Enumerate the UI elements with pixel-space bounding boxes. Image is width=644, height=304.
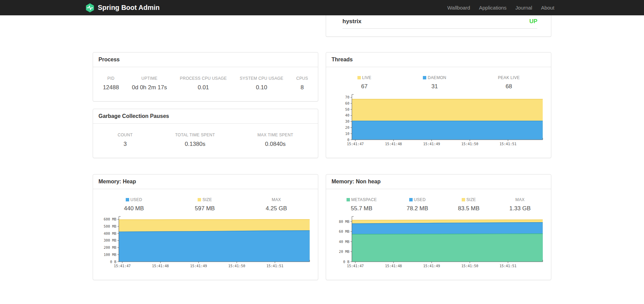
health-indicator-name: hystrix: [342, 18, 362, 25]
svg-text:15:41:47: 15:41:47: [347, 264, 364, 268]
svg-text:0: 0: [347, 138, 349, 142]
legend-item-size: SIZE 83.5 MB: [458, 197, 479, 212]
memory-heap-legend: USED 440 MB SIZE 597 MB MAX 4.25 GB: [98, 189, 312, 212]
stat-pid: PID 12488: [103, 76, 119, 91]
health-panel: hystrix UP: [326, 15, 551, 37]
svg-text:15:41:49: 15:41:49: [423, 142, 440, 146]
process-panel: Process PID 12488 UPTIME 0d 0h 2m 17s PR…: [93, 52, 318, 102]
threads-legend: LIVE 67 DAEMON 31 PEAK LIVE 68: [332, 67, 546, 90]
memory-heap-panel: Memory: Heap USED 440 MB SIZE 597 MB MAX…: [93, 174, 318, 280]
gc-panel-title: Garbage Collection Pauses: [93, 109, 318, 124]
status-badge: UP: [529, 18, 537, 25]
svg-text:200 MB: 200 MB: [104, 245, 116, 249]
legend-item-used: USED 440 MB: [124, 197, 144, 212]
svg-text:15:41:48: 15:41:48: [385, 264, 402, 268]
legend-item-live: LIVE 67: [357, 75, 371, 90]
svg-text:80 MB: 80 MB: [339, 219, 350, 224]
svg-text:40: 40: [345, 113, 349, 117]
nav-item-about[interactable]: About: [537, 5, 559, 11]
svg-text:70: 70: [345, 95, 349, 99]
svg-text:15:41:50: 15:41:50: [461, 264, 478, 268]
legend-swatch-icon: [357, 76, 361, 79]
legend-item-size: SIZE 597 MB: [195, 197, 215, 212]
svg-text:600 MB: 600 MB: [104, 217, 116, 221]
memory-nonheap-chart: 0 B20 MB40 MB60 MB80 MB15:41:4715:41:481…: [332, 215, 546, 271]
svg-text:15:41:50: 15:41:50: [228, 264, 245, 268]
svg-text:500 MB: 500 MB: [104, 224, 116, 228]
memory-nonheap-legend: METASPACE 55.7 MB USED 78.2 MB SIZE 83.5…: [332, 189, 546, 212]
legend-swatch-icon: [462, 198, 465, 201]
navbar: Spring Boot Admin Wallboard Applications…: [0, 0, 644, 15]
svg-text:0 B: 0 B: [110, 260, 117, 264]
legend-item-peak-live: PEAK LIVE 68: [498, 75, 520, 90]
legend-item-metaspace: METASPACE 55.7 MB: [347, 197, 377, 212]
nav-item-applications[interactable]: Applications: [475, 5, 511, 11]
legend-swatch-icon: [126, 198, 129, 201]
svg-text:15:41:51: 15:41:51: [266, 264, 283, 268]
svg-text:15:41:49: 15:41:49: [190, 264, 207, 268]
memory-nonheap-panel-title: Memory: Non heap: [326, 174, 551, 189]
svg-text:30: 30: [345, 119, 349, 123]
legend-item-max: MAX 1.33 GB: [509, 197, 531, 212]
stat-gc-max-time: MAX TIME SPENT 0.0840s: [257, 133, 293, 148]
legend-item-used: USED 78.2 MB: [407, 197, 428, 212]
brand-logo-icon: [85, 3, 95, 13]
svg-text:15:41:51: 15:41:51: [500, 264, 517, 268]
stat-gc-total-time: TOTAL TIME SPENT 0.1380s: [175, 133, 215, 148]
legend-swatch-icon: [198, 198, 201, 201]
nav-item-wallboard[interactable]: Wallboard: [443, 5, 475, 11]
legend-swatch-icon: [409, 198, 413, 201]
svg-text:50: 50: [345, 107, 349, 111]
gc-stats: COUNT 3 TOTAL TIME SPENT 0.1380s MAX TIM…: [93, 124, 318, 148]
svg-text:15:41:49: 15:41:49: [423, 264, 440, 268]
stat-cpus: CPUS 8: [296, 76, 308, 91]
right-column: hystrix UP Threads LIVE 67 DAEMON 31: [326, 15, 551, 280]
stat-system-cpu: SYSTEM CPU USAGE 0.10: [240, 76, 283, 91]
svg-text:300 MB: 300 MB: [104, 238, 116, 242]
svg-text:15:41:50: 15:41:50: [461, 142, 478, 146]
stat-process-cpu: PROCESS CPU USAGE 0.01: [180, 76, 227, 91]
svg-text:0 B: 0 B: [343, 260, 350, 264]
gc-panel: Garbage Collection Pauses COUNT 3 TOTAL …: [93, 109, 318, 158]
stat-gc-count: COUNT 3: [118, 133, 133, 148]
svg-text:15:41:51: 15:41:51: [500, 142, 517, 146]
threads-panel-title: Threads: [326, 52, 551, 67]
process-panel-title: Process: [93, 52, 318, 67]
threads-chart: 01020304050607015:41:4715:41:4815:41:491…: [332, 93, 546, 149]
legend-item-daemon: DAEMON 31: [423, 75, 446, 90]
memory-heap-panel-title: Memory: Heap: [93, 174, 318, 189]
svg-text:15:41:48: 15:41:48: [385, 142, 402, 146]
legend-item-max: MAX 4.25 GB: [266, 197, 287, 212]
svg-text:400 MB: 400 MB: [104, 231, 116, 235]
main-content: Process PID 12488 UPTIME 0d 0h 2m 17s PR…: [93, 15, 551, 280]
nav-item-journal[interactable]: Journal: [511, 5, 537, 11]
brand-title: Spring Boot Admin: [98, 4, 159, 12]
legend-swatch-icon: [347, 198, 350, 201]
svg-text:20 MB: 20 MB: [339, 249, 350, 254]
svg-text:100 MB: 100 MB: [104, 253, 116, 257]
process-stats: PID 12488 UPTIME 0d 0h 2m 17s PROCESS CP…: [93, 67, 318, 91]
svg-text:15:41:47: 15:41:47: [347, 142, 364, 146]
threads-panel: Threads LIVE 67 DAEMON 31 PEAK LIVE 68: [326, 52, 551, 158]
svg-text:60 MB: 60 MB: [339, 229, 350, 233]
svg-text:20: 20: [345, 125, 349, 130]
health-row-hystrix: hystrix UP: [342, 15, 537, 29]
brand[interactable]: Spring Boot Admin: [85, 3, 159, 13]
svg-text:40 MB: 40 MB: [339, 240, 350, 244]
svg-text:60: 60: [345, 101, 349, 105]
nav-links: Wallboard Applications Journal About: [443, 0, 559, 15]
svg-text:10: 10: [345, 132, 349, 136]
memory-heap-chart: 0 B100 MB200 MB300 MB400 MB500 MB600 MB1…: [98, 215, 312, 271]
svg-text:15:41:48: 15:41:48: [152, 264, 169, 268]
left-column: Process PID 12488 UPTIME 0d 0h 2m 17s PR…: [93, 15, 318, 280]
stat-uptime: UPTIME 0d 0h 2m 17s: [132, 76, 167, 91]
memory-nonheap-panel: Memory: Non heap METASPACE 55.7 MB USED …: [326, 174, 551, 280]
svg-text:15:41:47: 15:41:47: [114, 264, 131, 268]
legend-swatch-icon: [423, 76, 426, 79]
